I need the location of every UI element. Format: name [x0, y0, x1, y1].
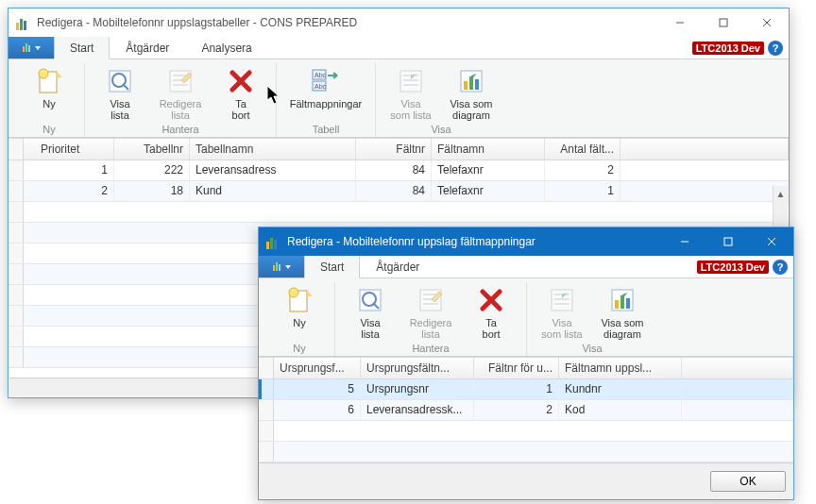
- close-button[interactable]: [750, 227, 793, 256]
- group-ny-label: Ny: [293, 343, 305, 354]
- child-titlebar[interactable]: Redigera - Mobiltelefonnr uppslag fältma…: [259, 227, 793, 256]
- tab-actions-label: Åtgärder: [376, 260, 419, 274]
- tab-actions-label: Åtgärder: [126, 42, 169, 55]
- view-list-button[interactable]: Visa lista: [91, 63, 149, 122]
- env-badge: LTC2013 Dev: [692, 42, 764, 55]
- tab-actions[interactable]: Åtgärder: [110, 37, 185, 59]
- child-window: Redigera - Mobiltelefonnr uppslag fältma…: [258, 227, 794, 500]
- tab-start[interactable]: Start: [54, 37, 110, 59]
- edit-list-label: Redigera lista: [160, 98, 202, 121]
- maximize-button[interactable]: [706, 227, 750, 256]
- edit-list-button[interactable]: Redigera lista: [401, 282, 460, 341]
- child-window-title: Redigera - Mobiltelefonnr uppslag fältma…: [287, 235, 536, 248]
- main-titlebar[interactable]: Redigera - Mobiltelefonnr uppslagstabell…: [8, 8, 789, 37]
- col-ursprungsf[interactable]: Ursprungsf...: [274, 358, 361, 378]
- delete-label: Ta bort: [483, 317, 501, 340]
- cell-prioritet: 1: [24, 160, 114, 180]
- child-grid: Ursprungsf... Ursprungsfältn... Fältnr f…: [259, 357, 793, 462]
- ok-button[interactable]: OK: [710, 471, 786, 492]
- chart-view-icon: [456, 66, 486, 96]
- col-ursprungsfalt[interactable]: Ursprungsfältn...: [361, 358, 474, 378]
- cell-tabellnr: 222: [114, 160, 190, 180]
- svg-rect-29: [724, 238, 732, 245]
- help-icon[interactable]: ?: [768, 41, 783, 56]
- cell-faltnamn: Telefaxnr: [432, 160, 545, 180]
- cell-ursprungsf: 5: [274, 379, 361, 399]
- cell-tabellnamn: Leveransadress: [190, 160, 356, 180]
- tab-analyze[interactable]: Analysera: [185, 37, 267, 59]
- magnifier-list-icon: [105, 66, 135, 96]
- cell-antal: 1: [545, 181, 620, 201]
- minimize-button[interactable]: [663, 227, 706, 256]
- maximize-button[interactable]: [702, 8, 745, 37]
- main-window-title: Redigera - Mobiltelefonnr uppslagstabell…: [37, 16, 357, 29]
- scroll-up-icon[interactable]: ▲: [774, 186, 788, 201]
- svg-point-34: [289, 288, 298, 297]
- ribbon-body: Ny Ny Visa lista Redigera lista Ta bort: [8, 59, 789, 138]
- cell-tabellnamn: Kund: [190, 181, 356, 201]
- delete-label: Ta bort: [232, 98, 250, 121]
- view-list-button[interactable]: Visa lista: [341, 282, 400, 341]
- table-row[interactable]: 2 18 Kund 84 Telefaxnr 1: [8, 181, 789, 202]
- table-row[interactable]: 6 Leveransadressk... 2 Kod: [259, 400, 793, 421]
- group-hantera-label: Hantera: [162, 124, 198, 135]
- delete-button[interactable]: Ta bort: [212, 63, 270, 122]
- svg-rect-25: [464, 81, 468, 90]
- col-tabellnr[interactable]: Tabellnr: [114, 139, 190, 160]
- env-badge: LTC2013 Dev: [697, 260, 769, 274]
- svg-rect-27: [475, 79, 479, 90]
- table-row[interactable]: [259, 421, 793, 442]
- app-logo-icon: [266, 234, 281, 249]
- close-button[interactable]: [745, 8, 789, 37]
- minimize-button[interactable]: [658, 8, 702, 37]
- svg-rect-49: [615, 300, 619, 309]
- app-menu-button[interactable]: [8, 37, 54, 59]
- col-faltnamn[interactable]: Fältnamn uppsl...: [559, 358, 682, 378]
- show-as-list-button[interactable]: Visa som lista: [382, 63, 440, 122]
- col-prioritet[interactable]: Prioritet: [24, 139, 114, 160]
- show-as-chart-button[interactable]: Visa som diagram: [442, 63, 501, 122]
- tab-analyze-label: Analysera: [201, 42, 251, 55]
- help-icon[interactable]: ?: [773, 260, 788, 275]
- cell-faltnr: 2: [474, 400, 559, 420]
- view-list-label: Visa lista: [110, 98, 129, 121]
- child-ribbon-tabs: Start Åtgärder LTC2013 Dev ?: [259, 256, 793, 278]
- table-row[interactable]: 5 Ursprungsnr 1 Kundnr: [259, 379, 793, 400]
- group-visa-label: Visa: [431, 124, 450, 135]
- table-row[interactable]: [8, 202, 789, 223]
- col-antal[interactable]: Antal fält...: [545, 139, 620, 160]
- svg-rect-20: [400, 71, 421, 92]
- delete-x-icon: [226, 66, 256, 96]
- cell-ursprungsf: 6: [274, 400, 361, 420]
- show-as-list-label: Visa som lista: [541, 317, 582, 340]
- tab-start[interactable]: Start: [304, 256, 360, 278]
- edit-list-icon: [416, 285, 446, 315]
- view-list-label: Visa lista: [360, 317, 380, 340]
- col-faltnr[interactable]: Fältnr för u...: [474, 358, 559, 378]
- col-faltnamn[interactable]: Fältnamn: [432, 139, 545, 160]
- edit-list-icon: [165, 66, 196, 96]
- new-label: Ny: [293, 317, 305, 340]
- cell-prioritet: 2: [24, 181, 114, 201]
- show-as-chart-button[interactable]: Visa som diagram: [593, 282, 652, 341]
- cell-faltnamn: Telefaxnr: [432, 181, 545, 201]
- new-button[interactable]: Ny: [270, 282, 329, 341]
- table-row[interactable]: 1 222 Leveransadress 84 Telefaxnr 2: [8, 160, 789, 181]
- table-row[interactable]: [259, 442, 793, 462]
- show-as-list-button[interactable]: Visa som lista: [533, 282, 591, 341]
- col-tabellnamn[interactable]: Tabellnamn: [190, 139, 356, 160]
- tab-actions[interactable]: Åtgärder: [360, 256, 435, 277]
- group-tabell-label: Tabell: [313, 124, 340, 135]
- field-mappings-button[interactable]: AbcAbc Fältmappningar: [282, 63, 369, 122]
- new-icon: [284, 285, 314, 315]
- cell-faltnamn: Kundnr: [559, 379, 682, 399]
- svg-rect-51: [626, 298, 630, 309]
- edit-list-button[interactable]: Redigera lista: [151, 63, 210, 122]
- col-faltnr[interactable]: Fältnr: [356, 139, 432, 160]
- delete-button[interactable]: Ta bort: [462, 282, 520, 341]
- child-ribbon-body: Ny Ny Visa lista Redigera lista Ta bort: [259, 278, 793, 357]
- app-menu-button[interactable]: [259, 256, 304, 277]
- show-as-chart-label: Visa som diagram: [450, 98, 492, 121]
- new-button[interactable]: Ny: [20, 63, 78, 122]
- list-view-icon: [547, 285, 577, 315]
